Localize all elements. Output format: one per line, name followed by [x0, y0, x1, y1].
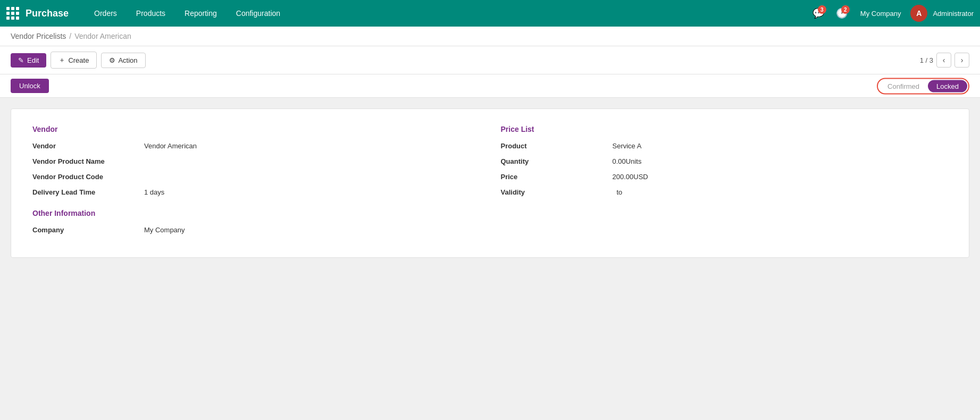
delivery-lead-time-row: Delivery Lead Time 1 days	[32, 188, 480, 196]
gear-icon: ⚙	[109, 56, 115, 64]
status-bar: Unlock Confirmed Locked	[0, 74, 980, 98]
company-value: My Company	[144, 226, 480, 234]
vendor-label: Vendor	[32, 142, 139, 150]
quantity-row: Quantity 0.00Units	[501, 157, 948, 165]
menu-item-reporting[interactable]: Reporting	[175, 0, 227, 27]
right-column: Price List Product Service A Quantity 0.…	[501, 125, 948, 241]
pagination: 1 / 3 ‹ ›	[920, 53, 969, 68]
product-value: Service A	[613, 142, 948, 150]
form-columns: Vendor Vendor Vendor American Vendor Pro…	[32, 125, 948, 241]
menu-item-products[interactable]: Products	[127, 0, 175, 27]
edit-icon: ✎	[18, 56, 24, 64]
status-confirmed[interactable]: Confirmed	[879, 80, 928, 92]
breadcrumb-parent[interactable]: Vendor Pricelists	[11, 32, 66, 40]
action-button[interactable]: ⚙ Action	[101, 53, 145, 68]
vendor-product-code-row: Vendor Product Code	[32, 173, 480, 181]
username-label[interactable]: Administrator	[933, 10, 974, 18]
toolbar: ✎ Edit ＋ Create ⚙ Action 1 / 3 ‹ ›	[0, 46, 980, 74]
breadcrumb-separator: /	[69, 32, 71, 40]
company-label: Company	[32, 226, 139, 234]
section-divider: Other Information	[32, 209, 480, 217]
delivery-lead-time-label: Delivery Lead Time	[32, 188, 139, 196]
validity-row: Validity to	[501, 188, 948, 196]
activity-button[interactable]: 🕐 2	[833, 4, 851, 22]
quantity-label: Quantity	[501, 157, 607, 165]
status-locked[interactable]: Locked	[928, 80, 967, 92]
main-menu: Orders Products Reporting Configuration	[85, 0, 809, 27]
messages-badge: 3	[818, 5, 826, 14]
price-value: 200.00USD	[613, 173, 948, 181]
validity-to: to	[617, 188, 623, 196]
status-indicator[interactable]: Confirmed Locked	[877, 78, 969, 94]
vendor-product-name-label: Vendor Product Name	[32, 157, 139, 165]
validity-label: Validity	[501, 188, 607, 196]
edit-button[interactable]: ✎ Edit	[11, 53, 46, 68]
price-row: Price 200.00USD	[501, 173, 948, 181]
pagination-prev[interactable]: ‹	[936, 53, 951, 68]
messages-button[interactable]: 💬 3	[809, 4, 827, 22]
product-label: Product	[501, 142, 607, 150]
top-navigation: Purchase Orders Products Reporting Confi…	[0, 0, 980, 27]
breadcrumb: Vendor Pricelists / Vendor American	[0, 27, 980, 46]
other-section-title: Other Information	[32, 209, 480, 217]
app-title: Purchase	[26, 8, 69, 19]
delivery-lead-time-value: 1 days	[144, 188, 480, 196]
grid-menu-icon[interactable]	[6, 7, 19, 20]
vendor-product-name-row: Vendor Product Name	[32, 157, 480, 165]
pagination-next[interactable]: ›	[954, 53, 969, 68]
form-card: Vendor Vendor Vendor American Vendor Pro…	[11, 108, 969, 258]
create-button[interactable]: ＋ Create	[51, 52, 97, 69]
company-selector[interactable]: My Company	[860, 10, 901, 18]
vendor-value: Vendor American	[144, 142, 480, 150]
unlock-button[interactable]: Unlock	[11, 79, 49, 93]
topnav-right-section: 💬 3 🕐 2 My Company A Administrator	[809, 4, 974, 22]
vendor-section-title: Vendor	[32, 125, 480, 133]
price-list-section-title: Price List	[501, 125, 948, 133]
company-row: Company My Company	[32, 226, 480, 234]
menu-item-configuration[interactable]: Configuration	[227, 0, 290, 27]
menu-item-orders[interactable]: Orders	[85, 0, 127, 27]
plus-icon: ＋	[58, 55, 65, 65]
breadcrumb-current: Vendor American	[74, 32, 131, 40]
pagination-text: 1 / 3	[920, 56, 933, 64]
activity-badge: 2	[841, 5, 850, 14]
quantity-value: 0.00Units	[613, 157, 948, 165]
price-label: Price	[501, 173, 607, 181]
vendor-field-row: Vendor Vendor American	[32, 142, 480, 150]
left-column: Vendor Vendor Vendor American Vendor Pro…	[32, 125, 480, 241]
vendor-product-code-label: Vendor Product Code	[32, 173, 139, 181]
main-content: Vendor Vendor Vendor American Vendor Pro…	[0, 98, 980, 268]
product-row: Product Service A	[501, 142, 948, 150]
user-avatar[interactable]: A	[910, 5, 927, 22]
